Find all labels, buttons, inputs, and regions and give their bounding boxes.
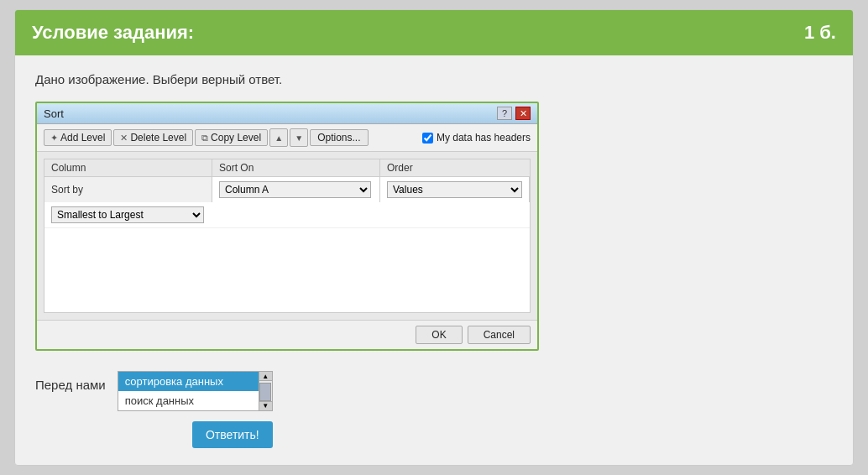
table-row: Sort by Column A Values Smallest to La (44, 177, 530, 228)
dialog-toolbar: ✦ Add Level ✕ Delete Level ⧉ Copy Level … (37, 124, 537, 152)
scroll-thumb (259, 383, 271, 400)
main-card: Условие задания: 1 б. Дано изображение. … (14, 9, 854, 466)
table-empty-area (44, 228, 530, 312)
arrow-up-button[interactable]: ▲ (269, 128, 288, 147)
column-select[interactable]: Column A (219, 181, 371, 198)
copy-level-icon: ⧉ (201, 133, 208, 144)
cancel-label: Cancel (484, 329, 515, 341)
sort-on-select[interactable]: Values (387, 181, 522, 198)
answer-button[interactable]: Ответить! (192, 421, 273, 448)
delete-level-label: Delete Level (130, 132, 186, 144)
headers-checkbox[interactable] (422, 133, 433, 144)
add-level-button[interactable]: ✦ Add Level (44, 129, 112, 146)
close-button[interactable]: ✕ (515, 107, 531, 120)
sort-table: Column Sort On Order Sort by Column A Va… (44, 159, 531, 313)
bottom-section: Перед нами ▲ ▼ сортировка данных поиск д… (35, 371, 833, 448)
add-level-icon: ✦ (50, 133, 58, 144)
scrollbar: ▲ ▼ (259, 372, 272, 410)
dialog-footer: OK Cancel (37, 320, 537, 349)
col-header-sort-on: Sort On (212, 159, 380, 176)
table-header: Column Sort On Order (44, 159, 530, 177)
dialog-controls: ? ✕ (497, 107, 531, 120)
delete-level-icon: ✕ (120, 133, 128, 144)
body-content: Дано изображение. Выбери верный ответ. S… (15, 55, 853, 465)
header-title: Условие задания: (32, 22, 194, 44)
bottom-label: Перед нами (35, 371, 106, 392)
headers-checkbox-label: My data has headers (437, 132, 531, 144)
dialog-titlebar: Sort ? ✕ (37, 103, 537, 124)
copy-level-label: Copy Level (211, 132, 261, 144)
instruction-text: Дано изображение. Выбери верный ответ. (35, 72, 833, 86)
dialog-title: Sort (44, 107, 64, 120)
ok-button[interactable]: OK (416, 326, 462, 344)
options-button[interactable]: Options... (310, 129, 368, 146)
sort-by-label: Sort by (44, 177, 212, 202)
options-label: Options... (317, 132, 360, 144)
dropdown-selected-item[interactable]: сортировка данных (118, 372, 272, 391)
arrow-down-button[interactable]: ▼ (290, 128, 308, 147)
help-button[interactable]: ? (497, 107, 512, 120)
add-level-label: Add Level (60, 132, 105, 144)
header-points: 1 б. (804, 22, 836, 44)
copy-level-button[interactable]: ⧉ Copy Level (195, 129, 268, 146)
dropdown-item-2[interactable]: поиск данных (118, 391, 272, 410)
scroll-down-button[interactable]: ▼ (259, 401, 272, 410)
sort-dialog: Sort ? ✕ ✦ Add Level ✕ Delete Le (35, 102, 539, 351)
scroll-up-button[interactable]: ▲ (259, 372, 272, 381)
order-select[interactable]: Smallest to Largest (51, 206, 204, 223)
col-header-order: Order (380, 159, 530, 176)
answer-dropdown[interactable]: ▲ ▼ сортировка данных поиск данных (118, 371, 273, 411)
cancel-button[interactable]: Cancel (468, 326, 531, 344)
header-bar: Условие задания: 1 б. (15, 10, 853, 55)
delete-level-button[interactable]: ✕ Delete Level (113, 129, 193, 146)
headers-checkbox-area: My data has headers (422, 132, 531, 144)
col-header-column: Column (44, 159, 212, 176)
ok-label: OK (431, 329, 446, 341)
